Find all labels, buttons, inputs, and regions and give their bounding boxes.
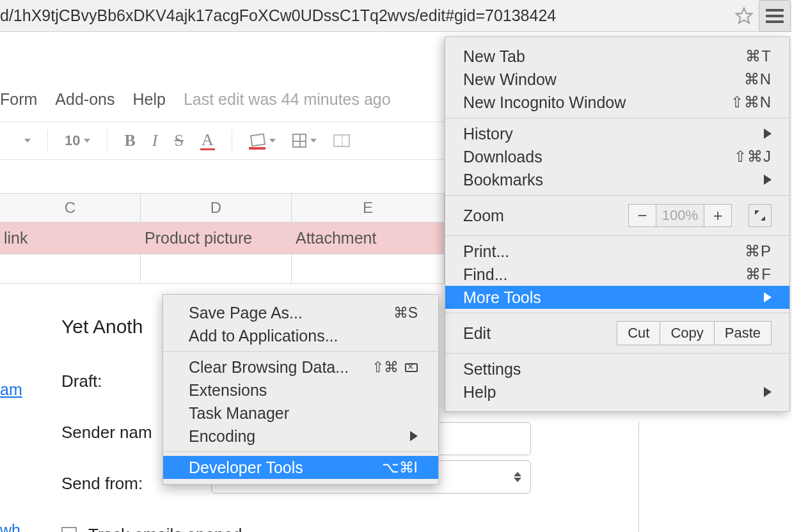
zoom-out-button[interactable]: − — [628, 204, 656, 227]
cell-e1[interactable]: Attachment — [292, 223, 445, 254]
blank-row — [0, 254, 445, 284]
menu-more-tools[interactable]: More Tools — [445, 286, 789, 309]
cell-c2[interactable] — [0, 254, 141, 283]
menu-edit-label: Edit — [463, 324, 617, 343]
url-text[interactable]: d/1hX9tjCBvyBb6xDKV4ajk17acgFoXCw0UDssC1… — [0, 6, 734, 25]
submenu-clear-browsing-data[interactable]: Clear Browsing Data...⇧⌘ — [163, 356, 438, 379]
cell-d1[interactable]: Product picture — [141, 223, 292, 254]
arrow-right-icon — [764, 292, 772, 302]
menu-help[interactable]: Help — [445, 380, 789, 403]
paste-button[interactable]: Paste — [715, 321, 772, 345]
fullscreen-button[interactable] — [748, 204, 772, 227]
chevron-down-icon — [84, 139, 90, 143]
svg-marker-0 — [736, 8, 752, 23]
submenu-encoding[interactable]: Encoding — [163, 425, 438, 448]
submenu-add-to-applications[interactable]: Add to Applications... — [163, 324, 438, 347]
arrow-right-icon — [410, 431, 418, 441]
delete-icon — [405, 363, 418, 372]
column-header-c[interactable]: C — [0, 194, 141, 222]
menu-zoom: Zoom − 100% + — [445, 199, 789, 231]
last-edit-text: Last edit was 44 minutes ago — [184, 90, 391, 109]
chrome-menu-button[interactable] — [759, 0, 791, 32]
track-label: Track emails opened — [88, 525, 242, 533]
arrow-right-icon — [764, 175, 772, 185]
strikethrough-button[interactable]: S — [175, 131, 184, 150]
italic-button[interactable]: I — [152, 131, 158, 150]
track-checkbox[interactable] — [61, 527, 77, 532]
menu-new-tab[interactable]: New Tab⌘T — [445, 45, 789, 68]
menu-addons[interactable]: Add-ons — [55, 90, 115, 109]
bookmark-star-icon[interactable] — [734, 6, 754, 26]
arrow-right-icon — [764, 387, 772, 397]
borders-icon — [292, 134, 306, 148]
column-header-d[interactable]: D — [141, 194, 292, 222]
column-headers: C D E — [0, 193, 445, 223]
chevron-down-icon — [310, 139, 317, 143]
paint-bucket-icon — [249, 133, 265, 148]
cut-button[interactable]: Cut — [617, 321, 660, 345]
menu-help[interactable]: Help — [132, 90, 165, 109]
font-family-dropdown[interactable] — [24, 139, 31, 143]
panel-divider — [638, 422, 639, 532]
zoom-value: 100% — [656, 204, 704, 227]
link-fragment-2[interactable]: wh — [0, 521, 20, 532]
menu-new-window[interactable]: New Window⌘N — [445, 68, 789, 91]
menu-print[interactable]: Print...⌘P — [445, 240, 789, 263]
cell-c1[interactable]: link — [0, 223, 141, 254]
column-header-e[interactable]: E — [292, 194, 445, 222]
link-fragment-1[interactable]: am — [0, 380, 22, 399]
zoom-in-button[interactable]: + — [704, 204, 732, 227]
submenu-task-manager[interactable]: Task Manager — [163, 402, 438, 425]
address-bar: d/1hX9tjCBvyBb6xDKV4ajk17acgFoXCw0UDssC1… — [0, 0, 792, 32]
copy-button[interactable]: Copy — [660, 321, 714, 345]
more-tools-submenu: Save Page As...⌘S Add to Applications...… — [162, 294, 439, 485]
menu-history[interactable]: History — [445, 122, 789, 145]
menu-form[interactable]: Form — [0, 90, 37, 109]
chevron-down-icon — [269, 139, 276, 143]
updown-icon — [514, 472, 521, 482]
menu-new-incognito[interactable]: New Incognito Window⇧⌘N — [445, 91, 789, 114]
submenu-developer-tools[interactable]: Developer Tools⌥⌘I — [163, 456, 438, 479]
menu-edit-row: Edit Cut Copy Paste — [445, 317, 789, 349]
chrome-main-menu: New Tab⌘T New Window⌘N New Incognito Win… — [445, 36, 790, 412]
menu-find[interactable]: Find...⌘F — [445, 263, 789, 286]
font-size-value: 10 — [65, 132, 80, 149]
header-data-row: link Product picture Attachment — [0, 223, 445, 254]
submenu-extensions[interactable]: Extensions — [163, 379, 438, 402]
arrow-right-icon — [764, 129, 772, 139]
fill-color-button[interactable] — [249, 133, 276, 148]
text-color-button[interactable]: A — [200, 132, 215, 150]
submenu-save-page-as[interactable]: Save Page As...⌘S — [163, 301, 438, 324]
menu-settings[interactable]: Settings — [445, 357, 789, 380]
cell-e2[interactable] — [292, 254, 445, 283]
merge-cells-button[interactable] — [333, 134, 350, 147]
menu-bookmarks[interactable]: Bookmarks — [445, 168, 789, 191]
cell-d2[interactable] — [141, 254, 292, 283]
font-size-dropdown[interactable]: 10 — [65, 132, 90, 149]
bold-button[interactable]: B — [124, 131, 135, 150]
sheets-toolbar: 10 B I S A — [0, 121, 445, 160]
sheets-menu-bar: Form Add-ons Help Last edit was 44 minut… — [0, 83, 391, 115]
borders-button[interactable] — [292, 134, 317, 148]
menu-downloads[interactable]: Downloads⇧⌘J — [445, 145, 789, 168]
